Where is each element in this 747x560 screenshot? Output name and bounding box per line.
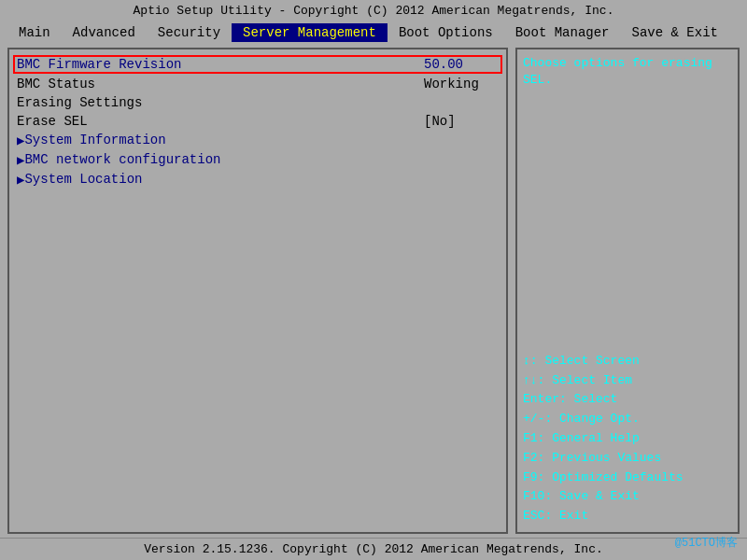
footer: Version 2.15.1236. Copyright (C) 2012 Am… <box>0 538 747 560</box>
menu-item-security[interactable]: Security <box>147 23 232 42</box>
watermark: @51CTO博客 <box>675 535 738 551</box>
bios-row-highlighted: BMC Firmware Revision50.00 <box>13 55 502 74</box>
row-value: Working <box>424 77 499 91</box>
key-help-line: F2: Previous Values <box>523 449 732 469</box>
help-text: Choose options for erasing SEL. <box>523 55 732 89</box>
submenu-item-bmc-network-configuration[interactable]: BMC network configuration <box>13 151 502 169</box>
key-help-line: ↕: Select Screen <box>523 352 732 371</box>
key-help-line: F9: Optimized Defaults <box>523 469 732 488</box>
key-help: ↕: Select Screen↑↓: Select ItemEnter: Se… <box>523 352 732 526</box>
right-panel: Choose options for erasing SEL. ↕: Selec… <box>515 48 740 534</box>
key-help-line: +/-: Change Opt. <box>523 410 732 429</box>
menu-item-boot-options[interactable]: Boot Options <box>388 23 504 42</box>
left-panel: BMC Firmware Revision50.00BMC StatusWork… <box>7 48 508 534</box>
row-value: 50.00 <box>424 57 499 72</box>
submenu-item-system-information[interactable]: System Information <box>13 132 502 149</box>
menu-item-boot-manager[interactable]: Boot Manager <box>504 23 621 42</box>
bios-row-header: Erasing Settings <box>13 94 502 111</box>
submenu-label: System Location <box>24 172 142 188</box>
submenu-item-system-location[interactable]: System Location <box>13 171 502 189</box>
submenu-label: BMC network configuration <box>24 152 220 168</box>
menu-item-advanced[interactable]: Advanced <box>62 23 147 42</box>
row-label: Erase SEL <box>17 114 424 129</box>
submenu-label: System Information <box>24 133 165 148</box>
row-label: BMC Firmware Revision <box>17 57 424 72</box>
main-content: BMC Firmware Revision50.00BMC StatusWork… <box>7 48 740 534</box>
row-value: [No] <box>424 114 499 129</box>
footer-text: Version 2.15.1236. Copyright (C) 2012 Am… <box>144 542 602 556</box>
bios-row-plain: BMC StatusWorking <box>13 76 502 92</box>
row-label: Erasing Settings <box>17 95 499 110</box>
title-bar: Aptio Setup Utility - Copyright (C) 2012… <box>0 0 747 21</box>
row-label: BMC Status <box>17 77 424 91</box>
key-help-line: ↑↓: Select Item <box>523 371 732 391</box>
menu-item-save-and-exit[interactable]: Save & Exit <box>621 23 729 42</box>
key-help-line: Enter: Select <box>523 390 732 410</box>
key-help-line: F1: General Help <box>523 429 732 449</box>
key-help-line: ESC: Exit <box>523 507 732 526</box>
menu-bar: MainAdvancedSecurityServer ManagementBoo… <box>0 21 747 44</box>
title-text: Aptio Setup Utility - Copyright (C) 2012… <box>134 4 614 18</box>
bios-row-plain: Erase SEL[No] <box>13 113 502 130</box>
menu-item-main[interactable]: Main <box>7 23 62 42</box>
menu-item-server-management[interactable]: Server Management <box>232 23 388 42</box>
key-help-line: F10: Save & Exit <box>523 487 732 507</box>
